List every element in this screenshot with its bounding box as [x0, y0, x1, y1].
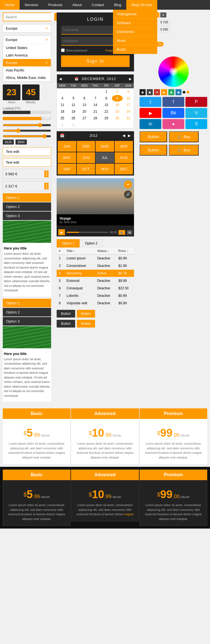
nav-dd-item-3[interactable]: Electronics — [113, 27, 157, 36]
month-cell-dec[interactable]: DEC — [115, 164, 133, 174]
nav-blog[interactable]: Blog — [109, 0, 126, 10]
cal-day[interactable]: 1 — [101, 88, 112, 95]
vimeo-icon-btn[interactable]: V — [185, 108, 207, 118]
search-input[interactable] — [3, 13, 54, 21]
pinterest-icon-btn[interactable]: P — [185, 97, 207, 107]
month-cell-oct[interactable]: OCT — [77, 164, 95, 174]
signin-button[interactable]: Sign In — [61, 55, 130, 67]
cal-day[interactable]: 22 — [101, 108, 112, 115]
facebook-icon-btn[interactable]: f — [162, 97, 184, 107]
month-cell-jun[interactable]: JUN — [77, 152, 95, 163]
accordion-2-opt1[interactable]: Option 1 — [3, 299, 51, 307]
nav-dd-item-2[interactable]: Software — [113, 19, 157, 27]
col-status[interactable]: Status ↕ — [95, 248, 116, 254]
linkedin-icon-btn[interactable]: in — [140, 119, 161, 129]
btn-orange-2[interactable]: Button — [77, 320, 95, 328]
col-title[interactable]: Title ↕ — [64, 248, 95, 254]
cal-day[interactable]: 4 — [57, 95, 68, 102]
cal-day[interactable]: 19 — [68, 108, 79, 115]
cal-day[interactable]: 11 — [57, 102, 68, 108]
cal-day[interactable]: 9 — [112, 95, 123, 102]
region-item-eu[interactable]: Europe ✓ — [3, 59, 51, 66]
cal-day[interactable]: 2 — [112, 88, 123, 95]
cal-day[interactable]: 3 — [123, 88, 134, 95]
table-row[interactable]: 1Lorem ipsumDeactive$0.99 — [57, 254, 134, 262]
mute-button[interactable]: ⊠ — [127, 230, 132, 235]
cal-day[interactable]: 1 — [57, 122, 68, 128]
cal-day[interactable]: 28 — [90, 115, 101, 122]
icon-black[interactable]: ■ — [140, 89, 146, 95]
month-cell-nov[interactable]: NOV — [96, 164, 114, 174]
region-item-us[interactable]: United States — [3, 44, 51, 51]
cal-day[interactable]: 15 — [101, 102, 112, 108]
video-heart-btn[interactable]: ♥ — [124, 181, 132, 188]
region-dropdown-header[interactable]: Europe ▼ — [3, 24, 51, 32]
volume-button[interactable]: 🔊 — [119, 230, 125, 235]
cal-day[interactable]: 24 — [123, 108, 134, 115]
nav-shop[interactable]: Shop On-line Videogames Software Electro… — [126, 0, 157, 10]
table-row[interactable]: 2ConsectetuerDeactive$1.99 — [57, 262, 134, 270]
list-icon-4[interactable]: ⊞ — [160, 12, 166, 17]
cal-day[interactable]: 29 — [101, 115, 112, 122]
cal-day[interactable]: 2 — [68, 122, 79, 128]
month-cell-apr[interactable]: APR — [115, 141, 133, 152]
spinner-2-down[interactable]: ▼ — [44, 186, 49, 190]
nav-products[interactable]: Products — [43, 0, 67, 10]
table-row[interactable]: 8Vulputate velitDeactive$0.99 — [57, 300, 134, 307]
region-item-ap[interactable]: Asia Pacific — [3, 66, 51, 74]
play-button[interactable]: ▶ — [58, 229, 65, 235]
table-row[interactable]: 7LobortisDeactive$0.99 — [57, 292, 134, 300]
cal-day[interactable]: 31 — [123, 115, 134, 122]
month-cell-aug[interactable]: AUG — [115, 152, 133, 163]
twitter-icon-btn[interactable]: 𝕥 — [140, 97, 161, 107]
table-tab-2[interactable]: Option 2 — [80, 239, 103, 248]
region-item-la[interactable]: Latin America — [3, 51, 51, 59]
region-dropdown-open-header[interactable]: Europe ▼ — [3, 36, 51, 44]
big-button-2[interactable]: Button — [140, 145, 167, 156]
btn-orange-1[interactable]: Button — [77, 310, 95, 318]
cal-day[interactable]: 27 — [79, 115, 90, 122]
nav-services[interactable]: Services — [20, 0, 43, 10]
cal-day[interactable]: 10 — [123, 95, 134, 102]
icon-dark[interactable]: ■ — [147, 89, 153, 95]
cal-day[interactable]: 20 — [79, 108, 90, 115]
cal-day[interactable]: 25 — [57, 115, 68, 122]
month-cal-prev[interactable]: ◀ — [122, 133, 125, 138]
month-cell-jan[interactable]: JAN — [58, 141, 76, 152]
cal-day[interactable]: 26 — [68, 115, 79, 122]
text-input-2[interactable] — [3, 158, 51, 167]
dribbble-icon-btn[interactable]: ● — [162, 119, 184, 129]
cal-day[interactable]: 8 — [101, 95, 112, 102]
cal-day[interactable]: 13 — [79, 102, 90, 108]
nav-dd-item-4[interactable]: Music — [113, 36, 157, 45]
btn-dark-1[interactable]: Button — [57, 310, 75, 318]
cal-day[interactable]: 6 — [79, 95, 90, 102]
month-cell-jul[interactable]: JUL — [96, 152, 114, 163]
month-cell-may[interactable]: MAY — [58, 152, 76, 163]
cal-day[interactable]: 18 — [57, 108, 68, 115]
month-cal-next[interactable]: ▶ — [128, 133, 131, 138]
video-link-btn[interactable]: 🔗 — [124, 190, 132, 198]
table-tab-1[interactable]: Option 1 — [57, 239, 80, 248]
text-input-1[interactable] — [3, 147, 51, 156]
table-row[interactable]: 6ConsequatDeactive$22.50 — [57, 285, 134, 292]
icon-red[interactable]: ✕ — [154, 89, 160, 95]
month-cell-feb[interactable]: FEB — [77, 141, 95, 152]
col-price[interactable]: Price ↕ — [116, 248, 134, 254]
cal-day[interactable]: 7 — [90, 95, 101, 102]
accordion-1-opt1[interactable]: Option 1 — [3, 193, 51, 202]
slider-range-min[interactable] — [3, 128, 51, 133]
cal-day[interactable]: 30 — [112, 115, 123, 122]
month-cell-sep[interactable]: SEP — [58, 164, 76, 174]
youtube-icon-btn[interactable]: ▶ — [140, 108, 161, 118]
spinner-1-up[interactable]: ▲ — [44, 171, 49, 174]
icon-green[interactable]: ■ — [168, 89, 174, 95]
accordion-2-opt2[interactable]: Option 2 — [3, 308, 51, 316]
accordion-1-opt2[interactable]: Option 2 — [3, 202, 51, 211]
cal-day[interactable]: 23 — [112, 108, 123, 115]
cal-day[interactable]: 5 — [68, 95, 79, 102]
cal-day[interactable]: 16 — [112, 102, 123, 108]
month-cell-mar[interactable]: MAR — [96, 141, 114, 152]
cal-day[interactable]: 21 — [90, 108, 101, 115]
cal-next[interactable]: ▶ — [129, 77, 132, 81]
